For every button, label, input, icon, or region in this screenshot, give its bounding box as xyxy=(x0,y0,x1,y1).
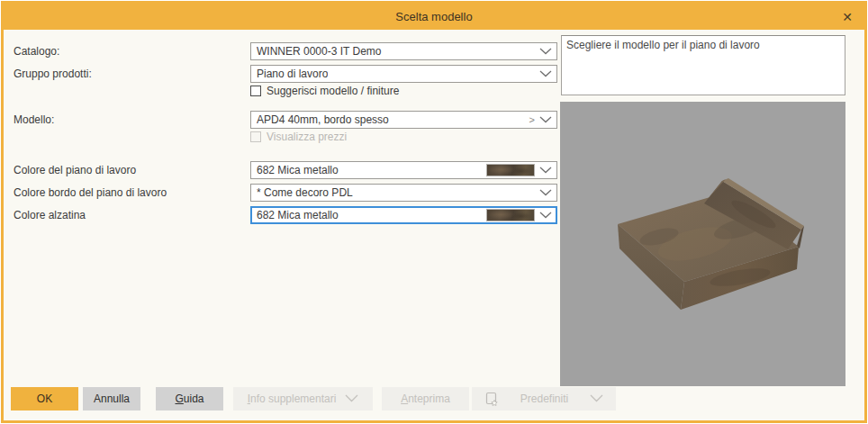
worktop-3d-preview xyxy=(560,102,845,386)
model-value: APD4 40mm, bordo spesso xyxy=(257,113,389,126)
extra-info-button: Info supplementari xyxy=(233,387,373,410)
presets-button: Predefiniti xyxy=(472,387,616,410)
chevron-down-icon xyxy=(539,189,552,196)
suggest-model-checkbox[interactable]: Suggerisci modello / finiture xyxy=(250,85,399,97)
chevron-down-icon xyxy=(539,116,552,123)
cancel-button[interactable]: Annulla xyxy=(83,387,140,410)
help-button-label: Guida xyxy=(175,392,203,405)
checkbox-box xyxy=(250,131,261,142)
preview-button: Anteprima xyxy=(382,387,469,410)
ok-button[interactable]: OK xyxy=(11,387,78,410)
product-group-dropdown[interactable]: Piano di lavoro xyxy=(250,65,557,83)
edge-color-value: * Come decoro PDL xyxy=(257,186,353,199)
worktop-color-dropdown[interactable]: 682 Mica metallo xyxy=(250,161,557,179)
chevron-down-icon xyxy=(539,212,552,219)
model-description-text: Scegliere il modello per il piano di lav… xyxy=(566,39,760,51)
chevron-down-icon xyxy=(590,392,603,405)
catalog-value: WINNER 0000-3 IT Demo xyxy=(257,45,382,58)
upstand-color-value: 682 Mica metallo xyxy=(257,209,339,221)
catalog-dropdown[interactable]: WINNER 0000-3 IT Demo xyxy=(250,42,557,60)
worktop-3d-render xyxy=(560,102,845,386)
submenu-arrow-glyph: > xyxy=(529,114,535,125)
cancel-button-label: Annulla xyxy=(94,392,130,405)
model-description-box: Scegliere il modello per il piano di lav… xyxy=(561,35,845,95)
ok-button-label: OK xyxy=(37,392,52,405)
worktop-color-label: Colore del piano di lavoro xyxy=(14,161,136,179)
chevron-down-icon xyxy=(345,392,358,405)
model-selection-dialog: Scelta modello ✕ Catalogo: WINNER 0000-3… xyxy=(1,1,867,423)
model-label: Modello: xyxy=(14,111,54,129)
edge-color-label: Colore bordo del piano di lavoro xyxy=(14,184,167,202)
show-prices-checkbox-label: Visualizza prezzi xyxy=(267,131,347,143)
worktop-color-value: 682 Mica metallo xyxy=(257,164,339,176)
preview-button-label: Anteprima xyxy=(401,392,450,405)
document-star-icon xyxy=(484,392,499,406)
dialog-titlebar[interactable]: Scelta modello ✕ xyxy=(4,4,864,30)
chevron-down-icon xyxy=(539,167,552,174)
checkbox-box[interactable] xyxy=(250,86,261,96)
product-group-label: Gruppo prodotti: xyxy=(14,65,92,83)
color-swatch xyxy=(486,164,535,176)
suggest-model-checkbox-label: Suggerisci modello / finiture xyxy=(267,85,399,97)
upstand-color-label: Colore alzatina xyxy=(14,206,86,224)
help-button[interactable]: Guida xyxy=(156,387,223,410)
dialog-title: Scelta modello xyxy=(395,10,472,23)
presets-button-label: Predefiniti xyxy=(499,392,590,405)
model-dropdown[interactable]: APD4 40mm, bordo spesso > xyxy=(250,111,557,129)
extra-info-button-label: Info supplementari xyxy=(248,392,337,405)
chevron-down-icon xyxy=(539,70,552,77)
catalog-label: Catalogo: xyxy=(14,42,59,60)
color-swatch xyxy=(486,209,535,221)
edge-color-dropdown[interactable]: * Come decoro PDL xyxy=(250,184,557,202)
product-group-value: Piano di lavoro xyxy=(257,68,328,80)
chevron-down-icon xyxy=(539,48,552,55)
close-icon[interactable]: ✕ xyxy=(842,11,853,23)
upstand-color-dropdown[interactable]: 682 Mica metallo xyxy=(250,206,557,224)
dialog-content: Catalogo: WINNER 0000-3 IT Demo Gruppo p… xyxy=(4,30,864,420)
show-prices-checkbox: Visualizza prezzi xyxy=(250,131,347,143)
